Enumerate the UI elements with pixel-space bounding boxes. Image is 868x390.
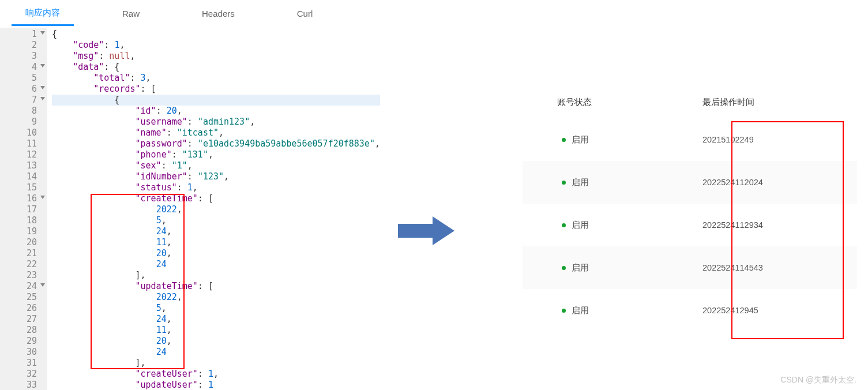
- status-label: 启用: [572, 262, 589, 273]
- result-table: 账号状态 最后操作时间 启用20215102249启用2022524112024…: [523, 87, 857, 332]
- status-label: 启用: [572, 177, 589, 188]
- time-cell: 2022524114543: [696, 263, 857, 272]
- status-label: 启用: [572, 305, 589, 316]
- table-row[interactable]: 启用2022524112934: [523, 204, 857, 246]
- status-label: 启用: [572, 134, 589, 145]
- time-cell: 202252412945: [696, 306, 857, 315]
- code-viewer[interactable]: 1234567891011121314151617181920212223242…: [0, 28, 381, 390]
- header-status: 账号状态: [523, 97, 696, 108]
- tab-headers[interactable]: Headers: [188, 3, 249, 24]
- status-dot-icon: [562, 223, 566, 227]
- time-cell: 2022524112024: [696, 178, 857, 187]
- tab-raw[interactable]: Raw: [108, 3, 153, 24]
- table-row[interactable]: 启用2022524114543: [523, 246, 857, 289]
- status-dot-icon: [562, 138, 566, 142]
- table-row[interactable]: 启用2022524112024: [523, 161, 857, 204]
- time-cell: 2022524112934: [696, 220, 857, 230]
- status-dot-icon: [562, 181, 566, 185]
- table-row[interactable]: 启用20215102249: [523, 118, 857, 161]
- arrow-icon: [398, 213, 456, 248]
- svg-marker-0: [398, 216, 454, 245]
- tab-curl[interactable]: Curl: [283, 3, 327, 24]
- code-body[interactable]: { "code": 1, "msg": null, "data": { "tot…: [47, 28, 380, 390]
- time-cell: 20215102249: [696, 135, 857, 144]
- tab-response[interactable]: 响应内容: [12, 2, 74, 26]
- header-time: 最后操作时间: [696, 97, 857, 108]
- status-label: 启用: [572, 220, 589, 231]
- table-header: 账号状态 最后操作时间: [523, 87, 857, 118]
- table-row[interactable]: 启用202252412945: [523, 289, 857, 332]
- watermark: CSDN @失重外太空.: [780, 375, 856, 385]
- status-dot-icon: [562, 309, 566, 313]
- status-dot-icon: [562, 266, 566, 270]
- table-body: 启用20215102249启用2022524112024启用2022524112…: [523, 118, 857, 332]
- tabs-bar: 响应内容 Raw Headers Curl: [0, 0, 868, 28]
- line-gutter: 1234567891011121314151617181920212223242…: [0, 28, 47, 390]
